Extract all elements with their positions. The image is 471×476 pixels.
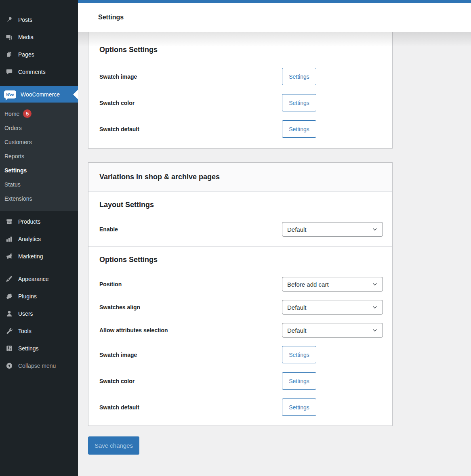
- woocommerce-submenu: Home 5 Orders Customers Reports Settings…: [0, 103, 78, 211]
- setting-row-swatch-color: Swatch color Settings: [99, 94, 381, 111]
- content-body: Options Settings Swatch image Settings S…: [78, 32, 471, 476]
- sidebar-item-label: Pages: [18, 51, 34, 58]
- swatch-image-settings-button[interactable]: Settings: [282, 346, 316, 363]
- setting-row-swatch-image: Swatch image Settings: [99, 346, 381, 363]
- sidebar-item-label: Analytics: [18, 236, 41, 242]
- panel-variations-shop-archive: Variations in shop & archive pages Layou…: [88, 162, 393, 426]
- submenu-item-orders[interactable]: Orders: [0, 121, 78, 135]
- panel-band-header: Variations in shop & archive pages: [88, 163, 392, 192]
- setting-label: Swatch image: [99, 73, 137, 80]
- swatch-color-settings-button[interactable]: Settings: [282, 94, 316, 111]
- sidebar-item-comments[interactable]: Comments: [0, 63, 78, 80]
- setting-row-swatches-align: Swatches align Default: [99, 300, 381, 315]
- swatch-default-settings-button[interactable]: Settings: [282, 120, 316, 138]
- select-value: Default: [287, 327, 307, 334]
- page-title: Settings: [98, 14, 124, 21]
- sidebar-item-settings[interactable]: Settings: [0, 340, 78, 357]
- sidebar-item-marketing[interactable]: Marketing: [0, 247, 78, 265]
- sidebar-item-tools[interactable]: Tools: [0, 322, 78, 340]
- sidebar-item-appearance[interactable]: Appearance: [0, 270, 78, 287]
- select-value: Default: [287, 304, 307, 311]
- sidebar-item-label: Plugins: [18, 293, 37, 300]
- submenu-item-label: Customers: [4, 139, 32, 145]
- position-select[interactable]: Before add cart: [282, 277, 383, 291]
- current-menu-arrow: [73, 90, 78, 99]
- sidebar-menu-top: Posts Media Pages Comments: [0, 0, 78, 80]
- sidebar-item-posts[interactable]: Posts: [0, 11, 78, 28]
- sidebar-menu-mid: Products Analytics Marketing: [0, 211, 78, 265]
- submenu-item-settings[interactable]: Settings: [0, 163, 78, 177]
- sidebar-menu-low: Appearance Plugins Users Tools: [0, 265, 78, 357]
- megaphone-icon: [5, 252, 13, 260]
- setting-label: Swatch default: [99, 126, 139, 132]
- plug-icon: [5, 292, 13, 300]
- sidebar-item-label: Marketing: [18, 253, 43, 260]
- app-window: Posts Media Pages Comments: [0, 0, 471, 476]
- admin-sidebar: Posts Media Pages Comments: [0, 0, 78, 476]
- sidebar-item-label: WooCommerce: [21, 91, 60, 98]
- sidebar-item-label: Settings: [18, 345, 39, 352]
- submenu-item-status[interactable]: Status: [0, 177, 78, 191]
- setting-label: Swatch default: [99, 404, 139, 411]
- sliders-icon: [5, 344, 13, 352]
- sidebar-item-products[interactable]: Products: [0, 213, 78, 230]
- swatch-default-settings-button[interactable]: Settings: [282, 398, 316, 416]
- content-area: Settings Options Settings Swatch image S…: [78, 0, 471, 476]
- woocommerce-icon: Woo: [4, 90, 16, 99]
- setting-label: Swatch color: [99, 378, 135, 384]
- camera-icon: [5, 33, 13, 41]
- sidebar-item-label: Products: [18, 218, 40, 225]
- submenu-item-label: Reports: [4, 153, 24, 159]
- sidebar-item-media[interactable]: Media: [0, 28, 78, 46]
- swatch-color-settings-button[interactable]: Settings: [282, 372, 316, 390]
- sidebar-item-label: Appearance: [18, 276, 49, 282]
- sidebar-item-pages[interactable]: Pages: [0, 46, 78, 63]
- section-heading: Options Settings: [99, 256, 381, 264]
- sidebar-item-label: Users: [18, 310, 33, 317]
- sidebar-item-users[interactable]: Users: [0, 305, 78, 322]
- setting-label: Position: [99, 281, 122, 287]
- comment-bubble-icon: [5, 68, 13, 76]
- submenu-item-reports[interactable]: Reports: [0, 149, 78, 163]
- notification-badge: 5: [23, 109, 32, 118]
- setting-label: Allow attributes selection: [99, 327, 168, 333]
- setting-label: Enable: [99, 226, 118, 233]
- paintbrush-icon: [5, 275, 13, 283]
- sidebar-item-plugins[interactable]: Plugins: [0, 287, 78, 305]
- setting-row-swatch-color: Swatch color Settings: [99, 372, 381, 390]
- setting-label: Swatch color: [99, 100, 135, 106]
- options-settings-section: Options Settings Position Before add car…: [88, 247, 392, 426]
- chevron-down-icon: [372, 327, 378, 333]
- submenu-item-extensions[interactable]: Extensions: [0, 191, 78, 205]
- box-icon: [5, 218, 13, 226]
- setting-row-position: Position Before add cart: [99, 277, 381, 291]
- sidebar-item-label: Comments: [18, 69, 46, 75]
- panel-options-settings: Options Settings Swatch image Settings S…: [88, 32, 393, 149]
- chevron-down-icon: [372, 304, 378, 310]
- submenu-item-customers[interactable]: Customers: [0, 135, 78, 149]
- setting-row-swatch-default: Swatch default Settings: [99, 120, 381, 138]
- sidebar-item-label: Media: [18, 34, 34, 40]
- setting-label: Swatch image: [99, 352, 137, 358]
- sidebar-item-woocommerce[interactable]: Woo WooCommerce: [0, 86, 78, 103]
- submenu-item-label: Home: [4, 111, 19, 117]
- select-value: Default: [287, 226, 307, 233]
- sidebar-item-label: Collapse menu: [18, 363, 56, 369]
- wrench-icon: [5, 327, 13, 335]
- setting-label: Swatches align: [99, 304, 140, 310]
- submenu-item-home[interactable]: Home 5: [0, 107, 78, 121]
- setting-row-swatch-image: Swatch image Settings: [99, 68, 381, 85]
- allow-attributes-select[interactable]: Default: [282, 323, 383, 338]
- sidebar-item-analytics[interactable]: Analytics: [0, 230, 78, 247]
- select-value: Before add cart: [287, 281, 329, 288]
- swatches-align-select[interactable]: Default: [282, 300, 383, 315]
- collapse-menu-button[interactable]: Collapse menu: [0, 357, 78, 374]
- top-accent-strip: [78, 0, 471, 3]
- swatch-image-settings-button[interactable]: Settings: [282, 68, 316, 85]
- panel-band-title: Variations in shop & archive pages: [99, 173, 220, 181]
- setting-row-swatch-default: Swatch default Settings: [99, 398, 381, 416]
- save-changes-button[interactable]: Save changes: [88, 436, 139, 455]
- enable-select[interactable]: Default: [282, 222, 383, 237]
- pushpin-icon: [5, 16, 13, 24]
- submenu-item-label: Orders: [4, 125, 22, 131]
